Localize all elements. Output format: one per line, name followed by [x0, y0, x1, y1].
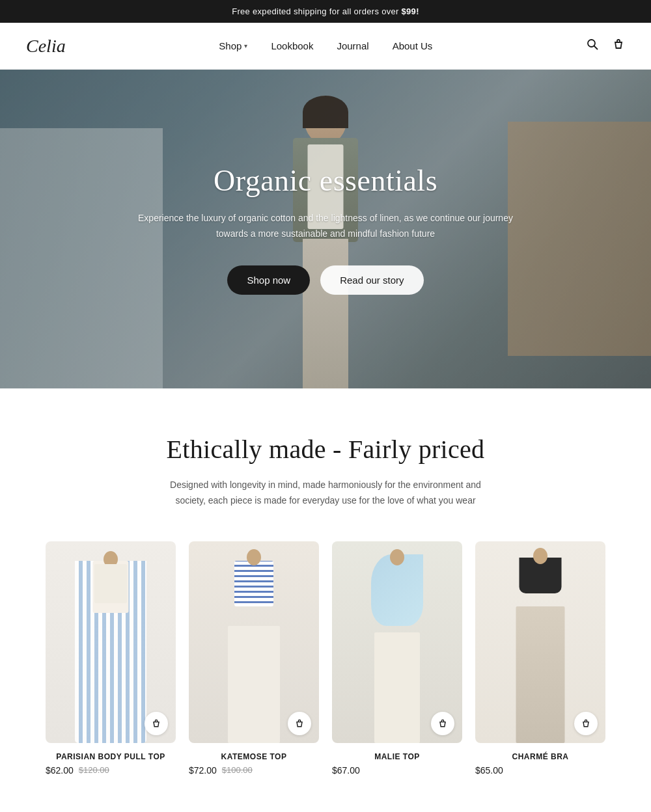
nav-about[interactable]: About Us: [393, 40, 433, 51]
product-card-3[interactable]: MALIE TOP $67.00: [332, 541, 462, 776]
svg-line-1: [594, 46, 598, 50]
hero-buttons: Shop now Read our story: [130, 265, 521, 295]
product-name-4: CHARMÉ BRA: [475, 752, 605, 761]
product-name-3: MALIE TOP: [332, 752, 462, 761]
product-prices-4: $65.00: [475, 765, 605, 776]
add-to-cart-btn-4[interactable]: [574, 712, 598, 735]
product-price-4: $65.00: [475, 765, 503, 776]
product-card-1[interactable]: PARISIAN BODY PULL TOP $62.00 $120.00: [46, 541, 176, 776]
main-nav: Shop ▾ Lookbook Journal About Us: [219, 40, 432, 51]
product-prices-2: $72.00 $100.00: [189, 765, 319, 776]
features-section: Ethically made - Fairly priced Designed …: [0, 388, 651, 812]
announcement-bar: Free expedited shipping for all orders o…: [0, 0, 651, 23]
add-to-cart-btn-1[interactable]: [145, 712, 168, 735]
hero-subtitle: Experience the luxury of organic cotton …: [130, 211, 521, 242]
products-grid: PARISIAN BODY PULL TOP $62.00 $120.00 KA…: [26, 541, 625, 776]
product-prices-3: $67.00: [332, 765, 462, 776]
nav-lookbook[interactable]: Lookbook: [271, 40, 313, 51]
product-price-2: $72.00: [189, 765, 217, 776]
product-name-1: PARISIAN BODY PULL TOP: [46, 752, 176, 761]
announcement-text: Free expedited shipping for all orders o…: [232, 7, 401, 16]
svg-point-0: [588, 40, 595, 47]
header: Celia Shop ▾ Lookbook Journal About Us: [0, 23, 651, 70]
product-image-4: [475, 541, 605, 743]
hero-section: Organic essentials Experience the luxury…: [0, 70, 651, 388]
add-to-cart-btn-2[interactable]: [288, 712, 311, 735]
product-card-4[interactable]: CHARMÉ BRA $65.00: [475, 541, 605, 776]
product-prices-1: $62.00 $120.00: [46, 765, 176, 776]
announcement-highlight: $99!: [402, 7, 419, 16]
product-card-2[interactable]: KATEMOSE TOP $72.00 $100.00: [189, 541, 319, 776]
nav-shop[interactable]: Shop ▾: [219, 40, 247, 51]
features-title: Ethically made - Fairly priced: [26, 434, 625, 465]
hero-content: Organic essentials Experience the luxury…: [104, 163, 547, 295]
add-to-cart-btn-3[interactable]: [431, 712, 454, 735]
nav-journal[interactable]: Journal: [337, 40, 368, 51]
product-image-1: [46, 541, 176, 743]
product-original-price-1: $120.00: [79, 765, 109, 775]
shop-now-button[interactable]: Shop now: [227, 265, 310, 295]
features-subtitle: Designed with longevity in mind, made ha…: [169, 478, 482, 509]
header-icons: [586, 38, 625, 54]
chevron-down-icon: ▾: [244, 42, 247, 49]
hero-title: Organic essentials: [130, 163, 521, 198]
bag-icon[interactable]: [612, 38, 625, 54]
product-price-3: $67.00: [332, 765, 360, 776]
product-original-price-2: $100.00: [222, 765, 253, 775]
product-name-2: KATEMOSE TOP: [189, 752, 319, 761]
product-image-3: [332, 541, 462, 743]
logo[interactable]: Celia: [26, 36, 66, 57]
read-story-button[interactable]: Read our story: [320, 265, 423, 295]
product-price-1: $62.00: [46, 765, 74, 776]
product-image-2: [189, 541, 319, 743]
search-icon[interactable]: [586, 38, 599, 54]
